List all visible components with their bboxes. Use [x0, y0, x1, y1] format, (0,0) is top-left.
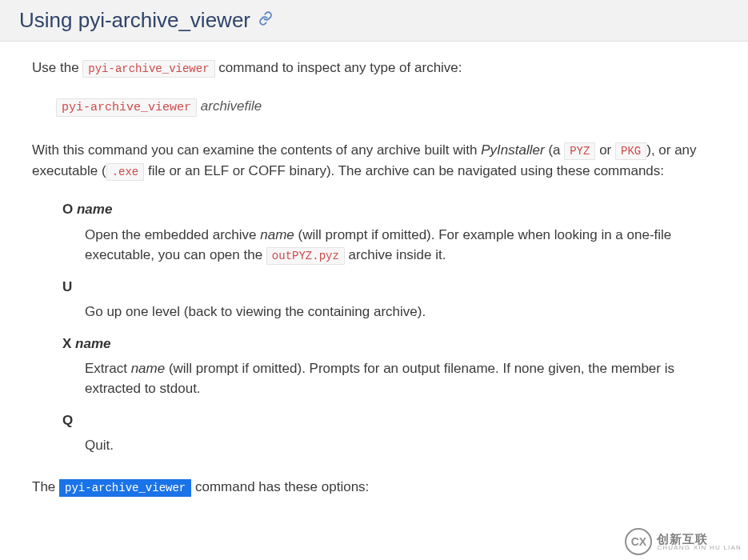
- arg-italic: name: [131, 361, 166, 376]
- pyz-file-code: outPYZ.pyz: [266, 247, 345, 265]
- watermark-text: 创新互联 CHUANG XIN HU LIAN: [657, 533, 742, 551]
- description-paragraph: With this command you can examine the co…: [32, 140, 716, 182]
- section-heading: Using pyi-archive_viewer: [0, 0, 748, 42]
- pyz-code: PYZ: [564, 142, 595, 160]
- text: archive inside it.: [345, 247, 446, 262]
- text: (a: [545, 142, 565, 158]
- text: Use the: [32, 60, 82, 75]
- watermark: CX 创新互联 CHUANG XIN HU LIAN: [625, 528, 742, 555]
- cmd-q-desc: Quit.: [85, 435, 716, 456]
- cmd-x-desc: Extract name (will prompt if omitted). P…: [85, 358, 716, 399]
- options-paragraph: The pyi-archive_viewer command has these…: [32, 477, 716, 498]
- cmd-o-desc: Open the embedded archive name (will pro…: [85, 225, 716, 266]
- usage-arg: archivefile: [201, 98, 262, 114]
- cmd-code-selected: pyi-archive_viewer: [59, 479, 191, 497]
- watermark-cn: 创新互联: [657, 533, 742, 545]
- content-area: Use the pyi-archive_viewer command to in…: [0, 42, 748, 498]
- usage-block: pyi-archive_viewer archivefile: [56, 96, 716, 117]
- cmd-u-desc: Go up one level (back to viewing the con…: [85, 302, 716, 322]
- text: The: [32, 479, 59, 494]
- text: or: [595, 142, 615, 158]
- text: command has these options:: [191, 479, 369, 494]
- key: X: [62, 336, 71, 351]
- intro-paragraph: Use the pyi-archive_viewer command to in…: [32, 58, 716, 78]
- cmd-u-term: U: [62, 277, 716, 298]
- key: O: [62, 202, 73, 217]
- pyinstaller-name: PyInstaller: [481, 142, 544, 158]
- commands-list: O name Open the embedded archive name (w…: [62, 199, 716, 455]
- text: command to inspect any type of archive:: [218, 60, 462, 75]
- key: Q: [62, 413, 73, 428]
- text: (will prompt if omitted). Prompts for an…: [85, 361, 674, 397]
- exe-code: .exe: [106, 163, 145, 181]
- cmd-code: pyi-archive_viewer: [82, 60, 214, 78]
- arg-italic: name: [260, 227, 294, 242]
- text: Extract: [85, 361, 131, 376]
- arg: name: [77, 202, 112, 217]
- pkg-code: PKG: [615, 142, 646, 160]
- watermark-logo-icon: CX: [625, 528, 652, 555]
- cmd-o-term: O name: [62, 199, 716, 220]
- text: Open the embedded archive: [85, 227, 260, 242]
- text: file or an ELF or COFF binary). The arch…: [144, 163, 664, 178]
- cmd-x-term: X name: [62, 334, 716, 354]
- permalink-icon[interactable]: [258, 11, 273, 30]
- heading-title: Using pyi-archive_viewer: [19, 8, 250, 33]
- text: With this command you can examine the co…: [32, 142, 481, 158]
- usage-cmd: pyi-archive_viewer: [56, 98, 197, 117]
- arg: name: [75, 336, 110, 351]
- watermark-pinyin: CHUANG XIN HU LIAN: [657, 545, 742, 551]
- cmd-q-term: Q: [62, 410, 716, 431]
- key: U: [62, 279, 72, 294]
